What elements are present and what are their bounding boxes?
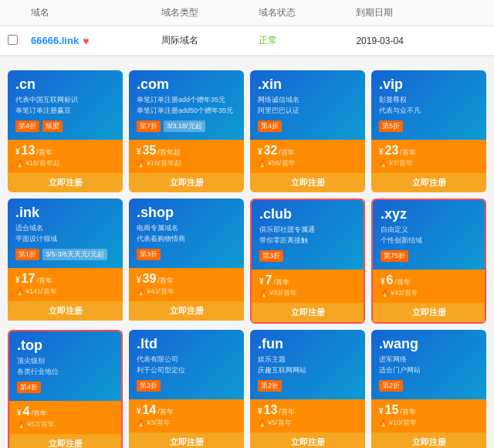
fire-icon: 🔥 (379, 419, 387, 427)
domain-card-xyz: .xyz 自由定义 个性创新结域 第75折 ¥ 6 /首年 🔥 ¥42/首年 立… (371, 199, 486, 324)
price-value: 7 (266, 274, 272, 287)
price-original: 🔥 ¥7/首年 (379, 158, 479, 168)
register-button[interactable]: 立即注册 (9, 434, 121, 448)
price-unit: /首年 (36, 276, 52, 286)
card-tld: .top (17, 338, 113, 355)
domain-card-wang: .wang 进军网络 适合门户网站 第2折 ¥ 15 /首年 🔥 ¥10/首年 … (371, 330, 486, 448)
fire-icon: 🔥 (258, 160, 266, 168)
price-original-text: ¥3/首年 (147, 418, 171, 428)
price-original-text: ¥7/首年 (389, 158, 413, 168)
card-price-section: ¥ 4 /首年 🔥 ¥57/首年 (9, 401, 121, 434)
fire-icon: 🔥 (17, 421, 25, 429)
register-button[interactable]: 立即注册 (373, 303, 485, 322)
card-desc1: 进军网络 (379, 355, 479, 365)
card-badge: 第75折 (381, 250, 408, 262)
price-currency: ¥ (15, 276, 20, 284)
fire-icon: 🔥 (381, 290, 389, 297)
card-desc1: 彰显尊权 (379, 95, 479, 105)
card-tld: .wang (379, 336, 479, 353)
register-button[interactable]: 立即注册 (371, 433, 486, 448)
domain-card-cn: .cn 代表中国互联网标识 单笔订单注册赢豆 第4折续盟 ¥ 13 /首年 🔥 … (8, 70, 123, 192)
price-value: 39 (143, 273, 157, 285)
fire-icon: 🔥 (137, 160, 145, 168)
register-button[interactable]: 立即注册 (129, 433, 244, 448)
register-button[interactable]: 立即注册 (250, 173, 365, 192)
card-tld: .club (259, 206, 356, 223)
price-original: 🔥 ¥57/首年 (17, 419, 113, 429)
price-currency: ¥ (258, 148, 262, 156)
price-unit: /首年 (157, 407, 174, 417)
table-row: 66666.link ♥ 周际域名 正常 2019-03-04 (0, 26, 494, 56)
card-desc1: 顶尖级别 (17, 356, 113, 366)
row-expire-date: 2019-03-04 (356, 36, 486, 46)
card-tld: .xyz (381, 206, 477, 223)
register-button[interactable]: 立即注册 (8, 301, 123, 321)
register-button[interactable]: 立即注册 (8, 173, 123, 192)
card-price-section: ¥ 23 /首年 🔥 ¥7/首年 (371, 140, 486, 173)
price-currency: ¥ (258, 407, 262, 416)
card-badge: 第4折 (17, 382, 41, 393)
register-button[interactable]: 立即注册 (250, 433, 365, 448)
domain-link[interactable]: 66666.link (31, 35, 79, 46)
fire-icon: 🔥 (15, 160, 24, 168)
price-value: 13 (22, 144, 36, 157)
card-tld: .shop (137, 205, 236, 222)
card-badge: 第3折 (259, 250, 283, 262)
domain-table: 域名 域名类型 域名状态 到期日期 66666.link ♥ 周际域名 正常 2… (0, 0, 494, 56)
price-value: 32 (264, 144, 278, 157)
fire-icon: 🔥 (379, 160, 387, 168)
card-desc1: 自由定义 (381, 225, 477, 235)
fire-icon: 🔥 (137, 419, 145, 427)
price-original-text: ¥32/首年 (269, 288, 297, 298)
card-tld: .xin (258, 76, 357, 93)
table-header: 域名 域名类型 域名状态 到期日期 (0, 0, 494, 26)
row-domain-name: 66666.link ♥ (31, 35, 161, 47)
card-price-section: ¥ 6 /首年 🔥 ¥42/首年 (373, 270, 485, 303)
price-unit: /首年 (400, 148, 416, 158)
price-original: 🔥 ¥10/首年 (379, 418, 479, 428)
price-value: 15 (385, 404, 399, 416)
price-value: 6 (387, 274, 394, 287)
fire-icon: 🔥 (137, 288, 145, 296)
card-desc1: 代表有限公司 (137, 355, 236, 365)
card-badge: 续盟 (42, 120, 63, 132)
card-price-section: ¥ 7 /首年 🔥 ¥32/首年 (252, 270, 364, 303)
card-desc2: 个性创新结域 (381, 236, 477, 246)
price-currency: ¥ (259, 277, 264, 286)
price-original: 🔥 ¥42/首年 (381, 288, 477, 298)
row-checkbox[interactable] (8, 35, 31, 47)
register-button[interactable]: 立即注册 (129, 301, 244, 321)
card-desc2: 带你零距离接触 (259, 236, 356, 246)
price-original-text: ¥56/首年 (268, 158, 296, 168)
price-original: 🔥 ¥16/首年起 (15, 158, 115, 168)
price-original-text: ¥5/首年 (268, 418, 292, 428)
register-button[interactable]: 立即注册 (252, 303, 364, 322)
card-price-section: ¥ 39 /首年 🔥 ¥43/首年 (129, 268, 244, 301)
card-tld: .com (137, 76, 236, 93)
price-original-text: ¥57/首年 (27, 419, 55, 429)
price-original: 🔥 ¥16/首年起 (137, 158, 236, 168)
price-currency: ¥ (379, 407, 384, 416)
card-badge: 第3折 (137, 380, 161, 392)
price-original: 🔥 ¥56/首年 (258, 158, 357, 168)
favorite-icon[interactable]: ♥ (83, 35, 89, 47)
price-original-text: ¥43/首年 (147, 287, 174, 297)
domain-card-top: .top 顶尖级别 各类行业地位 第4折 ¥ 4 /首年 🔥 ¥57/首年 立即… (8, 330, 123, 448)
domain-card-club: .club 俱乐部社团专属通 带你零距离接触 第3折 ¥ 7 /首年 🔥 ¥32… (250, 199, 365, 324)
card-price-section: ¥ 32 /首年 🔥 ¥56/首年 (250, 140, 365, 173)
register-button[interactable]: 立即注册 (129, 173, 244, 192)
price-original: 🔥 ¥43/首年 (137, 287, 236, 297)
register-button[interactable]: 立即注册 (371, 173, 486, 192)
card-desc2: 庆趣互联网网站 (258, 365, 357, 375)
card-desc2: 平面设计领域 (15, 234, 115, 244)
card-badge: 第3折 (137, 249, 161, 260)
card-tld: .ink (15, 205, 115, 222)
price-unit: /首年 (279, 148, 295, 158)
fire-icon: 🔥 (15, 288, 24, 296)
domain-cards-grid: .cn 代表中国互联网标识 单笔订单注册赢豆 第4折续盟 ¥ 13 /首年 🔥 … (0, 63, 494, 448)
price-original: 🔥 ¥3/首年 (137, 418, 236, 428)
domain-card-ltd: .ltd 代表有限公司 利于公司型定位 第3折 ¥ 14 /首年 🔥 ¥3/首年… (129, 330, 244, 448)
price-currency: ¥ (137, 276, 141, 284)
price-original-text: ¥10/首年 (389, 418, 417, 428)
price-currency: ¥ (15, 148, 20, 156)
